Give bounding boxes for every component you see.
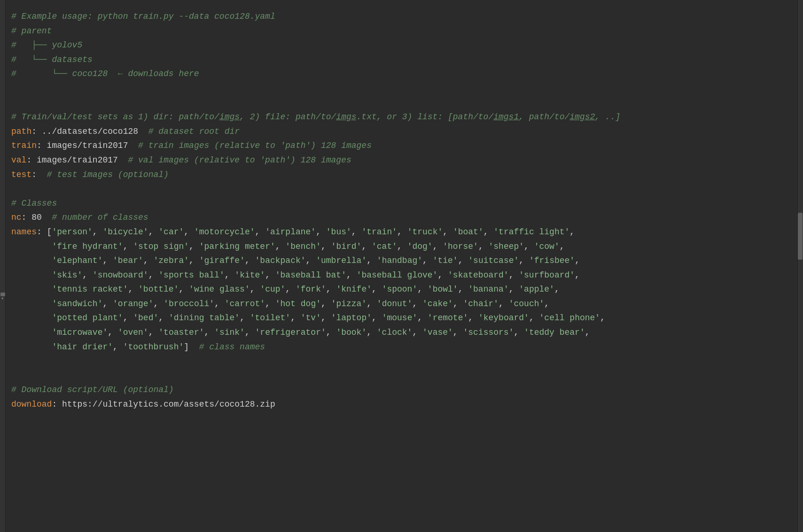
line-train: train: images/train2017 # train images (… xyxy=(11,139,792,153)
line-download-comment: # Download script/URL (optional) xyxy=(11,383,792,397)
line-nc: nc: 80 # number of classes xyxy=(11,210,792,225)
line-names-3: 'elephant', 'bear', 'zebra', 'giraffe', … xyxy=(11,254,792,268)
line-blank-3 xyxy=(11,182,792,196)
line-5: # └── coco128 ← downloads here xyxy=(11,67,792,81)
line-blank-5 xyxy=(11,369,792,383)
line-blank-2 xyxy=(11,96,792,110)
line-classes-comment: # Classes xyxy=(11,196,792,211)
line-names-4: 'skis', 'snowboard', 'sports ball', 'kit… xyxy=(11,268,792,283)
right-scrollbar[interactable] xyxy=(797,0,803,532)
line-names-8: 'microwave', 'oven', 'toaster', 'sink', … xyxy=(11,325,792,340)
line-8: # Train/val/test sets as 1) dir: path/to… xyxy=(11,110,792,124)
line-names-2: 'fire hydrant', 'stop sign', 'parking me… xyxy=(11,239,792,254)
code-editor: # Example usage: python train.py --data … xyxy=(0,0,803,532)
left-scrollbar[interactable]: ▼ xyxy=(0,0,6,532)
left-scroll-indicator xyxy=(0,293,5,296)
line-3: # ├── yolov5 xyxy=(11,38,792,53)
line-names-5: 'tennis racket', 'bottle', 'wine glass',… xyxy=(11,282,792,297)
line-blank-1 xyxy=(11,81,792,96)
line-download: download: https://ultralytics.com/assets… xyxy=(11,397,792,412)
line-2: # parent xyxy=(11,24,792,39)
line-val: val: images/train2017 # val images (rela… xyxy=(11,153,792,168)
line-blank-4 xyxy=(11,354,792,369)
line-4: # └── datasets xyxy=(11,53,792,67)
line-test: test: # test images (optional) xyxy=(11,168,792,182)
right-scroll-thumb xyxy=(798,213,803,260)
line-1: # Example usage: python train.py --data … xyxy=(11,9,792,24)
left-arrow-down-icon: ▼ xyxy=(1,297,3,301)
line-names-7: 'potted plant', 'bed', 'dining table', '… xyxy=(11,311,792,325)
line-names-end: 'hair drier', 'toothbrush'] # class name… xyxy=(11,340,792,355)
line-names-start: names: ['person', 'bicycle', 'car', 'mot… xyxy=(11,225,792,239)
line-names-6: 'sandwich', 'orange', 'broccoli', 'carro… xyxy=(11,297,792,311)
line-path: path: ../datasets/coco128 # dataset root… xyxy=(11,124,792,139)
